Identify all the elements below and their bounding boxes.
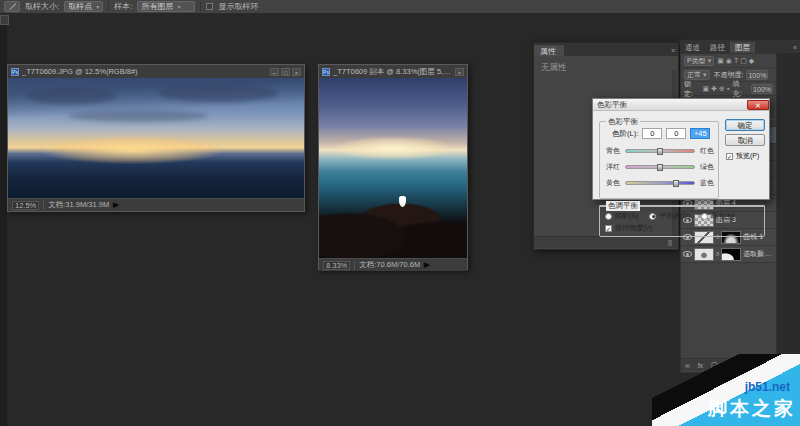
preserve-luminosity-checkbox[interactable]: ✓ [605, 225, 612, 232]
lock-transparency-icon[interactable]: ▣ [703, 85, 710, 93]
fill-label: 填充: [732, 79, 748, 99]
filter-shape-icon[interactable]: ▢ [740, 57, 747, 65]
sunset-seascape-photo [8, 78, 304, 198]
zoom-level-field[interactable]: 12.5% [12, 201, 39, 210]
tab-properties[interactable]: 属性 [534, 45, 564, 56]
sample-scope-dropdown[interactable]: 所有图层▾ [137, 1, 195, 12]
layer-thumbnail[interactable] [694, 248, 714, 261]
window1-canvas[interactable] [8, 78, 304, 198]
filter-kind-dropdown[interactable]: P类型▾ [684, 56, 714, 66]
panel-menu-icon[interactable]: ≡ [671, 47, 678, 56]
window2-canvas[interactable] [319, 78, 467, 258]
collapse-dock-icon[interactable]: « [793, 44, 800, 53]
levels-label: 色阶(L): [612, 129, 638, 139]
sample-size-dropdown[interactable]: 取样点▾ [64, 1, 103, 12]
slider-left-label: 青色 [606, 146, 622, 156]
photoshop-workspace: 取样大小: 取样点▾ 样本: 所有图层▾ 显示取样环 Ps _T7T0609.J… [0, 0, 800, 426]
color-slider-row: 黄色蓝色 [606, 178, 714, 188]
slider-left-label: 洋红 [606, 162, 622, 172]
lock-all-icon[interactable]: ▪ [727, 85, 729, 93]
chevron-down-icon: ▾ [96, 3, 99, 10]
filter-smart-icon[interactable]: ◆ [749, 57, 754, 65]
level-input-3[interactable]: +45 [690, 128, 710, 139]
window1-titlebar[interactable]: Ps _T7T0609.JPG @ 12.5%(RGB/8#) ─ □ × [8, 65, 304, 78]
preview-checkbox[interactable]: ✓ [726, 153, 733, 160]
preserve-luminosity-label: 保持明度(V) [615, 223, 652, 233]
dialog-titlebar[interactable]: 色彩平衡 ✕ [593, 99, 769, 111]
color-slider-handle[interactable] [673, 180, 679, 187]
highlights-label: 高光(H) [711, 211, 735, 221]
divider [200, 2, 201, 12]
filter-pixel-icon[interactable]: ▣ [717, 57, 724, 65]
visibility-eye-icon[interactable] [683, 251, 692, 257]
maximize-button[interactable]: □ [281, 68, 290, 76]
watermark-name: 脚本之家 [708, 396, 796, 422]
close-button[interactable]: × [292, 68, 301, 76]
color-slider-row: 青色红色 [606, 146, 714, 156]
no-properties-text: 无属性 [541, 62, 567, 74]
slider-right-label: 蓝色 [698, 178, 714, 188]
divider [108, 2, 109, 12]
highlights-radio[interactable] [701, 213, 708, 220]
tab-路径[interactable]: 路径 [705, 42, 730, 53]
layer-filter-row: P类型▾ ▣◉T▢◆ [681, 54, 776, 68]
ps-file-icon: Ps [11, 68, 19, 76]
ps-file-icon: Ps [322, 68, 330, 76]
color-slider-track[interactable] [625, 149, 695, 153]
color-balance-dialog: 色彩平衡 ✕ 色彩平衡 色阶(L): 0 0 +45 青色红色洋红绿色黄色蓝色 … [592, 98, 770, 200]
dialog-close-button[interactable]: ✕ [747, 100, 769, 110]
color-slider-handle[interactable] [657, 164, 663, 171]
lock-position-icon[interactable]: ⊕ [719, 85, 725, 93]
filter-type-icon[interactable]: T [734, 57, 738, 65]
tab-图层[interactable]: 图层 [730, 42, 755, 53]
window1-title: _T7T0609.JPG @ 12.5%(RGB/8#) [22, 67, 267, 76]
show-sampling-ring-label: 显示取样环 [218, 1, 258, 12]
properties-panel-header[interactable]: 属性 ≡ [534, 43, 678, 56]
opacity-value[interactable]: 100% [746, 70, 768, 80]
document-size-info: 文档:31.9M/31.9M [48, 200, 109, 210]
window2-titlebar[interactable]: Ps _T7T0609 副本 @ 8.33%(图层 5, RGB/8#) × [319, 65, 467, 78]
color-slider-row: 洋红绿色 [606, 162, 714, 172]
properties-panel-footer: ▥ [534, 236, 678, 248]
tools-panel-toggle[interactable] [0, 15, 9, 25]
mask-link-icon[interactable]: 8 [716, 251, 719, 257]
filter-adjustment-icon[interactable]: ◉ [726, 57, 732, 65]
lock-paint-icon[interactable]: ✚ [711, 85, 717, 93]
show-sampling-ring-checkbox[interactable] [206, 3, 213, 10]
midtones-radio[interactable] [649, 213, 656, 220]
slider-left-label: 黄色 [606, 178, 622, 188]
document-window-1[interactable]: Ps _T7T0609.JPG @ 12.5%(RGB/8#) ─ □ × 12… [7, 64, 305, 212]
color-slider-handle[interactable] [657, 148, 663, 155]
tool-options-bar: 取样大小: 取样点▾ 样本: 所有图层▾ 显示取样环 [0, 0, 800, 14]
color-balance-group: 色彩平衡 色阶(L): 0 0 +45 青色红色洋红绿色黄色蓝色 [599, 121, 719, 199]
slider-right-label: 绿色 [698, 162, 714, 172]
status-popup-arrow-icon[interactable]: ▶ [424, 261, 429, 269]
color-slider-track[interactable] [625, 181, 695, 185]
midtones-label: 中间调(D) [659, 211, 690, 221]
eyedropper-tool-icon[interactable] [4, 1, 20, 12]
cancel-button[interactable]: 取消 [725, 134, 765, 146]
ok-button[interactable]: 确定 [725, 119, 765, 131]
preview-label: 预览(P) [736, 151, 759, 161]
document-window-2[interactable]: Ps _T7T0609 副本 @ 8.33%(图层 5, RGB/8#) × 8… [318, 64, 468, 270]
sunset-rocks-bride-photo [319, 78, 467, 258]
dock-background [777, 53, 800, 373]
color-slider-track[interactable] [625, 165, 695, 169]
shadows-radio[interactable] [605, 213, 612, 220]
tone-balance-options: 阴影(S) 中间调(D) 高光(H) [605, 211, 763, 221]
status-popup-arrow-icon[interactable]: ▶ [113, 201, 118, 209]
shadows-label: 阴影(S) [615, 211, 638, 221]
close-button[interactable]: × [455, 68, 464, 76]
dialog-title: 色彩平衡 [597, 100, 627, 110]
group-label: 色彩平衡 [606, 117, 640, 127]
zoom-level-field[interactable]: 8.33% [323, 261, 350, 270]
level-input-1[interactable]: 0 [642, 128, 662, 139]
layer-name: 选取颜色 1 [743, 249, 774, 259]
layer-mask-thumbnail[interactable] [721, 248, 741, 261]
layer-row[interactable]: 8选取颜色 1 [681, 246, 776, 263]
fill-value[interactable]: 100% [751, 84, 773, 94]
minimize-button[interactable]: ─ [270, 68, 279, 76]
group-label: 色调平衡 [606, 201, 640, 211]
tab-通道[interactable]: 通道 [680, 42, 705, 53]
level-input-2[interactable]: 0 [666, 128, 686, 139]
